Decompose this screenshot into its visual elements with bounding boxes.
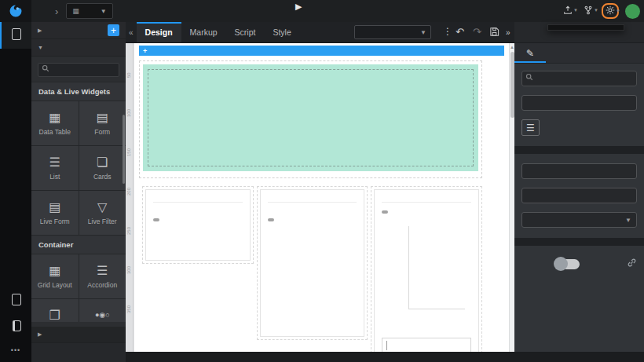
grid-cell <box>257 186 368 340</box>
visitors-analytics-panel[interactable] <box>145 189 251 261</box>
app-logo[interactable] <box>0 0 31 22</box>
properties-tabs: ✎ <box>514 43 644 64</box>
widget-tile-accordion[interactable]: ☰Accordion <box>79 254 126 298</box>
widget-search-input[interactable] <box>38 63 119 77</box>
chevron-down-icon: ▼ <box>101 8 107 15</box>
widgets-header-row[interactable]: ▼ <box>31 39 126 57</box>
widget-tile-label: Grid Layout <box>38 281 72 289</box>
undo-icon[interactable]: ↶ <box>456 26 464 39</box>
insert-row-icon[interactable]: ☰ <box>521 119 540 136</box>
preview-button[interactable]: ▶ <box>295 2 302 12</box>
rail-item-tutorials[interactable] <box>0 287 31 314</box>
representational-data-badge <box>382 210 388 214</box>
page-structure-header-row[interactable]: ▶ <box>31 327 126 343</box>
chevron-down-icon: ▼ <box>420 29 426 36</box>
canvas-page[interactable]: + <box>134 43 509 352</box>
grid-cell <box>371 186 482 352</box>
redo-icon[interactable]: ↷ <box>473 26 481 39</box>
tutorials-icon <box>12 294 21 305</box>
settings-dropdown-menu <box>547 24 624 31</box>
templates-header-row[interactable]: ▶ + <box>31 22 126 39</box>
widget-tile-tabs[interactable]: ❐Tabs <box>31 299 79 322</box>
logs-icon <box>13 320 21 331</box>
ruler-tick: 200 <box>126 188 131 196</box>
visitors-panel[interactable] <box>260 189 365 337</box>
widget-tile-live-form[interactable]: ▤Live Form <box>31 191 79 235</box>
stat-cards-row <box>139 60 482 178</box>
widget-tile-label: List <box>49 173 60 181</box>
panel-title <box>153 196 243 203</box>
name-field[interactable] <box>521 95 637 111</box>
plot-area <box>408 226 465 309</box>
kebab-menu-icon[interactable]: ⋮ <box>443 26 452 38</box>
screen-size-dropdown[interactable]: ▼ <box>354 25 431 39</box>
properties-search-input[interactable] <box>521 71 637 86</box>
collapsed-arrow-icon: ▶ <box>38 331 42 338</box>
stat-card-today-s-visits[interactable] <box>143 64 478 171</box>
width-field[interactable] <box>521 163 637 179</box>
more-options-icon[interactable]: ••• <box>0 340 31 360</box>
move-icon: + <box>143 47 147 55</box>
save-icon[interactable] <box>489 27 499 41</box>
bind-property-link-icon[interactable] <box>627 257 637 271</box>
representational-data-badge <box>268 218 274 221</box>
vcs-button[interactable]: ▼ <box>581 4 595 18</box>
x-axis-ticks <box>197 232 243 235</box>
chevron-down-icon: ▼ <box>616 9 620 13</box>
ruler-tick: 350 <box>126 305 131 313</box>
origin-bar-chart <box>382 223 471 327</box>
settings-button[interactable]: ▼ <box>602 3 619 19</box>
center-area: « DesignMarkupScriptStyle ▼ ⋮ ↶ ↷ » 5010… <box>126 22 514 352</box>
dashboard-panels-row <box>142 186 482 352</box>
widget-tile-label: Form <box>94 128 110 136</box>
expand-panel-icon[interactable]: » <box>506 27 510 38</box>
user-avatar[interactable] <box>625 4 640 19</box>
stat-card-content <box>148 69 474 166</box>
tab-script[interactable]: Script <box>226 22 265 42</box>
tab-design[interactable]: Design <box>137 22 181 42</box>
widget-search <box>38 61 119 77</box>
collapse-panel-icon[interactable]: « <box>129 28 134 37</box>
tab-style[interactable]: Style <box>264 22 299 42</box>
widget-sections: Data & Live Widgets▦Data Table▤Form☰List… <box>31 82 126 322</box>
widget-section-title: Data & Live Widgets <box>31 82 126 101</box>
tab-properties[interactable]: ✎ <box>514 43 546 63</box>
widget-tile-live-filter[interactable]: ▽Live Filter <box>79 191 126 235</box>
wizard-icon: ●◉○ <box>95 312 110 319</box>
templates-icon <box>12 28 21 40</box>
page-selector-dropdown[interactable]: ▦ ▼ <box>66 3 112 19</box>
widget-grid: ▦Grid Layout☰Accordion❐Tabs●◉○Wizard <box>31 254 126 322</box>
height-field[interactable] <box>521 188 637 203</box>
top-bar: › ▦ ▼ ▶ ▼ ▼ ▼ <box>0 0 644 22</box>
export-button[interactable]: ▼ <box>561 4 575 18</box>
rail-item-logs[interactable] <box>0 314 31 340</box>
rail-item-templates[interactable] <box>0 22 31 49</box>
widget-tile-list[interactable]: ☰List <box>31 146 79 190</box>
visitors-origin-panel[interactable] <box>374 189 479 352</box>
show-toggle[interactable] <box>554 259 580 269</box>
tabs-icon: ❐ <box>49 309 60 322</box>
widget-tile-grid-layout[interactable]: ▦Grid Layout <box>31 254 79 298</box>
widget-tile-cards[interactable]: ❏Cards <box>79 146 126 190</box>
widget-tile-wizard[interactable]: ●◉○Wizard <box>79 299 126 322</box>
rail-bottom: ••• <box>0 287 31 360</box>
selected-widget-bar[interactable]: + <box>139 46 504 56</box>
left-panel-scrollbar[interactable] <box>123 115 125 184</box>
stat-card-cell <box>139 60 482 178</box>
widget-tile-data-table[interactable]: ▦Data Table <box>31 101 79 145</box>
widget-section-title: Container <box>31 235 126 254</box>
toggle-knob <box>554 257 568 271</box>
columns-select[interactable]: ▼ <box>521 212 637 228</box>
data-table-icon: ▦ <box>49 112 60 124</box>
origin-filter-input[interactable] <box>382 338 471 352</box>
breadcrumb-chevron-icon: › <box>55 5 58 17</box>
tab-markup[interactable]: Markup <box>181 22 226 42</box>
widget-tile-form[interactable]: ▤Form <box>79 101 126 145</box>
properties-search <box>521 70 637 86</box>
add-template-button[interactable]: + <box>108 24 119 36</box>
left-panel-footer <box>31 343 126 362</box>
design-canvas: 50100150200250300350 + <box>126 43 514 352</box>
search-icon <box>525 73 533 81</box>
canvas-scrollbar[interactable]: ▲ <box>509 43 514 352</box>
visitors-pie-chart <box>276 237 349 311</box>
